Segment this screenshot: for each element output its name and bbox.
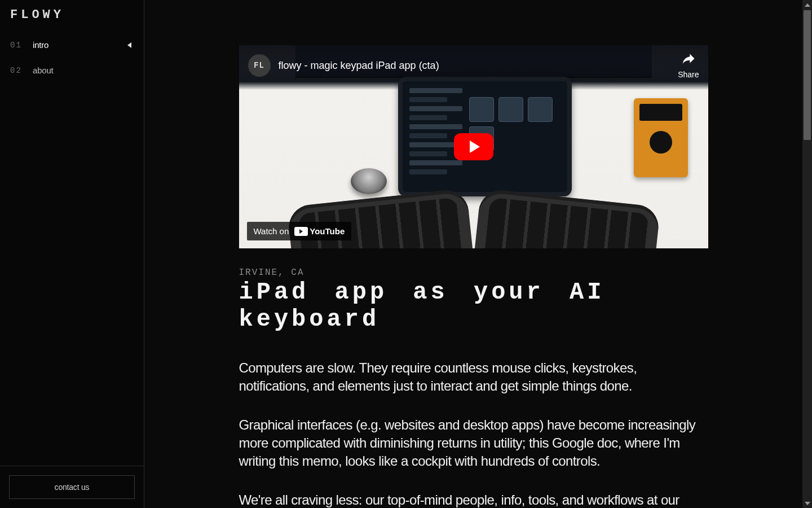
watch-on-label: Watch on (254, 226, 289, 236)
contact-button[interactable]: contact us (9, 475, 135, 499)
thumbnail-knob (351, 168, 387, 194)
youtube-play-icon (294, 227, 308, 236)
scroll-thumb[interactable] (804, 10, 811, 140)
nav-item-intro[interactable]: 01 intro (3, 34, 140, 55)
main: FL flowy - magic keypad iPad app (cta) S… (144, 0, 802, 508)
active-caret-icon (127, 42, 131, 48)
sidebar: FLOWY 01 intro 02 about contact us (0, 0, 144, 508)
article-content: FL flowy - magic keypad iPad app (cta) S… (239, 0, 708, 508)
nav: 01 intro 02 about (0, 34, 144, 466)
nav-item-label: intro (33, 40, 120, 50)
channel-avatar[interactable]: FL (248, 54, 271, 77)
play-button[interactable] (454, 133, 493, 160)
article-paragraph: Graphical interfaces (e.g. websites and … (239, 416, 708, 470)
video-header: FL flowy - magic keypad iPad app (cta) S… (239, 45, 708, 86)
sidebar-footer: contact us (0, 466, 144, 508)
share-button[interactable]: Share (678, 52, 699, 79)
article-paragraph: Computers are slow. They require countle… (239, 359, 708, 395)
thumbnail-keyboard-right (474, 189, 660, 248)
article-eyebrow: IRVINE, CA (239, 268, 708, 278)
youtube-logo: YouTube (294, 226, 345, 236)
watch-on-youtube[interactable]: Watch on YouTube (247, 222, 352, 240)
nav-item-about[interactable]: 02 about (3, 60, 140, 81)
scroll-up-icon[interactable] (802, 0, 812, 10)
article-paragraph: We're all craving less: our top-of-mind … (239, 491, 708, 508)
nav-item-number: 02 (10, 66, 25, 75)
share-label: Share (678, 70, 699, 79)
youtube-wordmark: YouTube (310, 226, 345, 236)
nav-item-number: 01 (10, 41, 25, 50)
article-body: Computers are slow. They require countle… (239, 359, 708, 508)
brand-logo: FLOWY (0, 0, 144, 34)
video-title[interactable]: flowy - magic keypad iPad app (cta) (279, 60, 439, 72)
article-title: iPad app as your AI keyboard (239, 279, 708, 333)
nav-item-label: about (33, 65, 120, 75)
scroll-down-icon[interactable] (802, 498, 812, 508)
thumbnail-multimeter (634, 98, 688, 177)
share-icon (681, 52, 696, 68)
page-scrollbar[interactable] (802, 0, 812, 508)
video-embed[interactable]: FL flowy - magic keypad iPad app (cta) S… (239, 45, 708, 248)
